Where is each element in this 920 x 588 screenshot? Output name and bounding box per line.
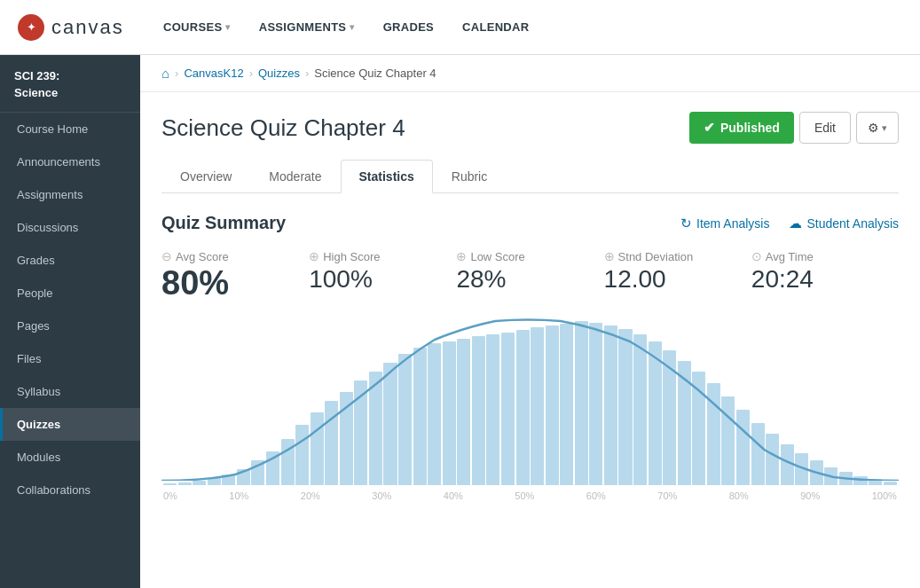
- content-area: ⌂ › CanvasK12 › Quizzes › Science Quiz C…: [140, 55, 920, 588]
- sidebar-item-discussions[interactable]: Discussions: [0, 211, 140, 244]
- stat-stnd-deviation-value: 12.00: [604, 265, 751, 294]
- sidebar-item-announcements[interactable]: Announcements: [0, 145, 140, 178]
- quiz-summary-header: Quiz Summary ↻ Item Analysis ☁ Student A…: [161, 213, 899, 233]
- chart-bar: [178, 482, 192, 485]
- courses-chevron-icon: ▾: [225, 22, 230, 32]
- nav-item-assignments[interactable]: ASSIGNMENTS ▾: [245, 0, 369, 54]
- published-check-icon: ✔: [704, 120, 715, 136]
- sidebar-item-people[interactable]: People: [0, 277, 140, 310]
- stat-avg-score-value: 80%: [161, 265, 309, 302]
- tab-overview[interactable]: Overview: [161, 160, 250, 193]
- stat-avg-score: ⊖ Avg Score 80%: [161, 249, 309, 302]
- stat-avg-time-label: ⊙ Avg Time: [751, 249, 899, 263]
- student-analysis-icon: ☁: [789, 216, 802, 231]
- nav-menu: COURSES ▾ ASSIGNMENTS ▾ GRADES CALENDAR: [149, 0, 543, 54]
- nav-item-calendar[interactable]: CALENDAR: [448, 0, 543, 54]
- x-label-4: 40%: [444, 490, 463, 501]
- stat-avg-time-value: 20:24: [751, 265, 899, 294]
- chart-container: [161, 317, 899, 485]
- x-label-8: 80%: [729, 490, 749, 501]
- stat-low-score: ⊕ Low Score 28%: [456, 249, 603, 302]
- stat-avg-time: ⊙ Avg Time 20:24: [751, 249, 899, 302]
- stat-high-score: ⊕ High Score 100%: [309, 249, 456, 302]
- tabs-container: Overview Moderate Statistics Rubric: [161, 160, 899, 193]
- sidebar-item-grades[interactable]: Grades: [0, 244, 140, 277]
- low-score-icon: ⊕: [456, 249, 467, 263]
- chart-bar: [884, 482, 897, 485]
- breadcrumb-link-canvask12[interactable]: CanvasK12: [184, 67, 243, 80]
- analysis-links: ↻ Item Analysis ☁ Student Analysis: [680, 216, 899, 231]
- stat-low-score-value: 28%: [456, 265, 603, 294]
- sidebar-item-modules[interactable]: Modules: [0, 441, 140, 474]
- x-label-1: 10%: [229, 490, 248, 501]
- breadcrumb: ⌂ › CanvasK12 › Quizzes › Science Quiz C…: [140, 55, 920, 92]
- sidebar-item-files[interactable]: Files: [0, 342, 140, 375]
- breadcrumb-sep-3: ›: [305, 67, 309, 80]
- stat-avg-score-label: ⊖ Avg Score: [161, 249, 309, 263]
- published-button[interactable]: ✔ Published: [689, 112, 794, 144]
- stat-stnd-deviation: ⊕ Stnd Deviation 12.00: [604, 249, 751, 302]
- nav-item-grades[interactable]: GRADES: [369, 0, 448, 54]
- breadcrumb-current: Science Quiz Chapter 4: [314, 67, 436, 80]
- x-label-6: 60%: [586, 490, 606, 501]
- sidebar-item-course-home[interactable]: Course Home: [0, 113, 140, 145]
- sidebar-item-syllabus[interactable]: Syllabus: [0, 375, 140, 408]
- x-label-2: 20%: [301, 490, 320, 501]
- item-analysis-link[interactable]: ↻ Item Analysis: [680, 216, 769, 231]
- bell-curve: [161, 317, 899, 481]
- gear-button[interactable]: ⚙ ▾: [856, 112, 899, 144]
- logo-area: ✦ canvas: [18, 14, 124, 41]
- x-label-3: 30%: [372, 490, 391, 501]
- gear-chevron-icon: ▾: [882, 122, 887, 134]
- assignments-chevron-icon: ▾: [350, 22, 354, 32]
- x-label-9: 90%: [800, 490, 820, 501]
- quiz-summary: Quiz Summary ↻ Item Analysis ☁ Student A…: [140, 193, 920, 512]
- student-analysis-link[interactable]: ☁ Student Analysis: [789, 216, 899, 231]
- avg-time-icon: ⊙: [751, 249, 762, 263]
- page-header: Science Quiz Chapter 4 ✔ Published Edit …: [140, 92, 920, 144]
- stats-row: ⊖ Avg Score 80% ⊕ High Score 100% ⊕ Low: [161, 249, 899, 302]
- sidebar-item-collaborations[interactable]: Collaborations: [0, 474, 140, 506]
- logo-text: canvas: [51, 16, 124, 39]
- tab-rubric[interactable]: Rubric: [433, 160, 506, 193]
- page-title: Science Quiz Chapter 4: [161, 114, 405, 142]
- x-label-0: 0%: [163, 490, 177, 501]
- top-nav: ✦ canvas COURSES ▾ ASSIGNMENTS ▾ GRADES …: [0, 0, 920, 55]
- canvas-logo-icon: ✦: [18, 14, 44, 41]
- chart-area: 0% 10% 20% 30% 40% 50% 60% 70% 80% 90% 1…: [161, 317, 899, 512]
- sidebar-course-title: SCI 239: Science: [0, 55, 140, 113]
- sidebar-item-assignments[interactable]: Assignments: [0, 178, 140, 211]
- avg-score-icon: ⊖: [161, 249, 172, 263]
- high-score-icon: ⊕: [309, 249, 319, 263]
- stat-stnd-deviation-label: ⊕ Stnd Deviation: [604, 249, 751, 263]
- breadcrumb-link-quizzes[interactable]: Quizzes: [258, 67, 300, 80]
- breadcrumb-sep-2: ›: [249, 67, 253, 80]
- sidebar: SCI 239: Science Course HomeAnnouncement…: [0, 55, 140, 588]
- quiz-summary-title: Quiz Summary: [161, 213, 286, 233]
- x-label-10: 100%: [872, 490, 897, 501]
- chart-bar: [193, 481, 206, 485]
- tab-moderate[interactable]: Moderate: [250, 160, 340, 193]
- stat-high-score-value: 100%: [309, 265, 456, 294]
- chart-x-labels: 0% 10% 20% 30% 40% 50% 60% 70% 80% 90% 1…: [161, 490, 899, 501]
- stat-high-score-label: ⊕ High Score: [309, 249, 456, 263]
- item-analysis-icon: ↻: [680, 216, 692, 231]
- nav-item-courses[interactable]: COURSES ▾: [149, 0, 245, 54]
- tab-statistics[interactable]: Statistics: [341, 160, 433, 193]
- header-actions: ✔ Published Edit ⚙ ▾: [689, 112, 899, 144]
- gear-icon: ⚙: [868, 121, 879, 135]
- sidebar-nav: Course HomeAnnouncementsAssignmentsDiscu…: [0, 113, 140, 506]
- chart-bar: [163, 483, 177, 485]
- x-label-7: 70%: [657, 490, 677, 501]
- course-title-text: SCI 239: Science: [14, 69, 59, 99]
- stnd-deviation-icon: ⊕: [604, 249, 615, 263]
- edit-button[interactable]: Edit: [799, 112, 851, 144]
- breadcrumb-sep-1: ›: [175, 67, 178, 80]
- breadcrumb-home-icon[interactable]: ⌂: [161, 66, 169, 81]
- sidebar-item-pages[interactable]: Pages: [0, 310, 140, 342]
- stat-low-score-label: ⊕ Low Score: [456, 249, 603, 263]
- x-label-5: 50%: [515, 490, 534, 501]
- sidebar-item-quizzes[interactable]: Quizzes: [0, 408, 140, 441]
